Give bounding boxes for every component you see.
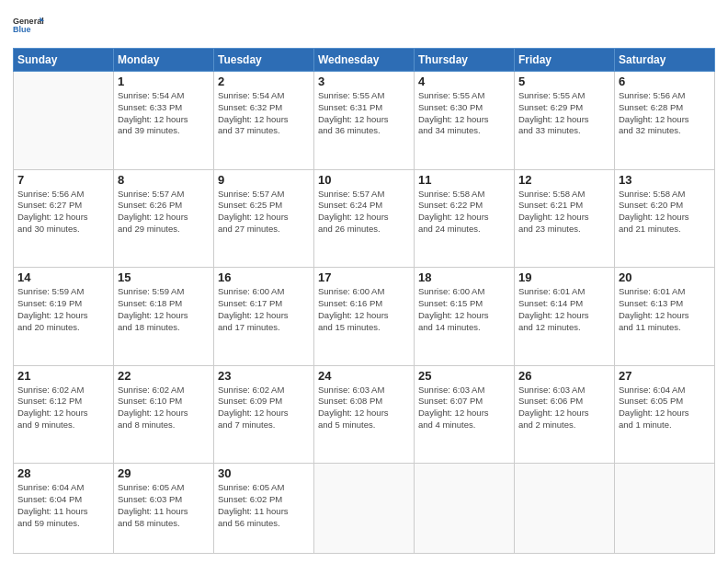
day-info: Sunrise: 6:04 AM Sunset: 6:04 PM Dayligh… bbox=[17, 482, 109, 529]
weekday-header-saturday: Saturday bbox=[615, 49, 715, 72]
day-number: 16 bbox=[218, 270, 310, 284]
day-info: Sunrise: 5:58 AM Sunset: 6:21 PM Dayligh… bbox=[518, 189, 610, 236]
day-info: Sunrise: 5:54 AM Sunset: 6:32 PM Dayligh… bbox=[218, 90, 310, 137]
calendar-cell: 7Sunrise: 5:56 AM Sunset: 6:27 PM Daylig… bbox=[14, 169, 114, 268]
day-info: Sunrise: 5:55 AM Sunset: 6:30 PM Dayligh… bbox=[418, 90, 510, 137]
day-info: Sunrise: 5:58 AM Sunset: 6:20 PM Dayligh… bbox=[619, 189, 711, 236]
calendar-cell: 23Sunrise: 6:02 AM Sunset: 6:09 PM Dayli… bbox=[214, 365, 314, 464]
day-number: 7 bbox=[17, 173, 109, 187]
calendar-week-row: 14Sunrise: 5:59 AM Sunset: 6:19 PM Dayli… bbox=[14, 268, 715, 366]
calendar-cell: 21Sunrise: 6:02 AM Sunset: 6:12 PM Dayli… bbox=[14, 365, 114, 464]
day-info: Sunrise: 6:03 AM Sunset: 6:07 PM Dayligh… bbox=[418, 385, 510, 431]
day-number: 18 bbox=[418, 270, 510, 284]
day-number: 5 bbox=[518, 75, 610, 88]
day-info: Sunrise: 6:02 AM Sunset: 6:09 PM Dayligh… bbox=[218, 385, 310, 431]
day-info: Sunrise: 5:55 AM Sunset: 6:31 PM Dayligh… bbox=[318, 90, 410, 137]
calendar-cell bbox=[415, 464, 515, 554]
calendar-cell: 25Sunrise: 6:03 AM Sunset: 6:07 PM Dayli… bbox=[415, 365, 515, 464]
day-info: Sunrise: 5:59 AM Sunset: 6:18 PM Dayligh… bbox=[118, 286, 210, 333]
weekday-header-tuesday: Tuesday bbox=[214, 49, 314, 72]
day-info: Sunrise: 6:05 AM Sunset: 6:03 PM Dayligh… bbox=[118, 482, 210, 529]
day-info: Sunrise: 5:56 AM Sunset: 6:28 PM Dayligh… bbox=[619, 90, 711, 137]
day-info: Sunrise: 5:59 AM Sunset: 6:19 PM Dayligh… bbox=[17, 286, 109, 333]
day-number: 29 bbox=[118, 466, 210, 480]
calendar-cell: 29Sunrise: 6:05 AM Sunset: 6:03 PM Dayli… bbox=[114, 464, 214, 554]
day-info: Sunrise: 6:03 AM Sunset: 6:06 PM Dayligh… bbox=[518, 385, 610, 431]
day-number: 26 bbox=[518, 369, 610, 383]
calendar-cell: 19Sunrise: 6:01 AM Sunset: 6:14 PM Dayli… bbox=[515, 268, 615, 366]
day-number: 22 bbox=[118, 369, 210, 383]
day-info: Sunrise: 6:00 AM Sunset: 6:15 PM Dayligh… bbox=[418, 286, 510, 333]
day-number: 8 bbox=[118, 173, 210, 187]
calendar-cell: 17Sunrise: 6:00 AM Sunset: 6:16 PM Dayli… bbox=[314, 268, 415, 366]
calendar-cell: 1Sunrise: 5:54 AM Sunset: 6:33 PM Daylig… bbox=[114, 72, 214, 170]
day-number: 28 bbox=[17, 466, 109, 480]
svg-text:General: General bbox=[13, 17, 44, 26]
day-info: Sunrise: 6:02 AM Sunset: 6:10 PM Dayligh… bbox=[118, 385, 210, 431]
day-info: Sunrise: 5:56 AM Sunset: 6:27 PM Dayligh… bbox=[17, 189, 109, 236]
calendar-cell: 2Sunrise: 5:54 AM Sunset: 6:32 PM Daylig… bbox=[214, 72, 314, 170]
calendar-cell: 10Sunrise: 5:57 AM Sunset: 6:24 PM Dayli… bbox=[314, 169, 415, 268]
calendar-table: SundayMondayTuesdayWednesdayThursdayFrid… bbox=[13, 48, 715, 554]
calendar-cell: 8Sunrise: 5:57 AM Sunset: 6:26 PM Daylig… bbox=[114, 169, 214, 268]
day-number: 15 bbox=[118, 270, 210, 284]
day-info: Sunrise: 5:54 AM Sunset: 6:33 PM Dayligh… bbox=[118, 90, 210, 137]
calendar-week-row: 1Sunrise: 5:54 AM Sunset: 6:33 PM Daylig… bbox=[14, 72, 715, 170]
calendar-cell: 4Sunrise: 5:55 AM Sunset: 6:30 PM Daylig… bbox=[415, 72, 515, 170]
day-info: Sunrise: 6:00 AM Sunset: 6:17 PM Dayligh… bbox=[218, 286, 310, 333]
calendar-cell: 26Sunrise: 6:03 AM Sunset: 6:06 PM Dayli… bbox=[515, 365, 615, 464]
calendar-cell: 6Sunrise: 5:56 AM Sunset: 6:28 PM Daylig… bbox=[615, 72, 715, 170]
weekday-header-sunday: Sunday bbox=[14, 49, 114, 72]
calendar-cell: 18Sunrise: 6:00 AM Sunset: 6:15 PM Dayli… bbox=[415, 268, 515, 366]
day-info: Sunrise: 6:01 AM Sunset: 6:14 PM Dayligh… bbox=[518, 286, 610, 333]
header: General Blue bbox=[13, 9, 715, 40]
day-number: 17 bbox=[318, 270, 410, 284]
calendar-cell: 11Sunrise: 5:58 AM Sunset: 6:22 PM Dayli… bbox=[415, 169, 515, 268]
day-number: 2 bbox=[218, 75, 310, 88]
calendar-week-row: 7Sunrise: 5:56 AM Sunset: 6:27 PM Daylig… bbox=[14, 169, 715, 268]
calendar-cell: 22Sunrise: 6:02 AM Sunset: 6:10 PM Dayli… bbox=[114, 365, 214, 464]
day-number: 6 bbox=[619, 75, 711, 88]
day-info: Sunrise: 6:02 AM Sunset: 6:12 PM Dayligh… bbox=[17, 385, 109, 431]
calendar-cell bbox=[515, 464, 615, 554]
logo-svg: General Blue bbox=[13, 9, 44, 40]
day-info: Sunrise: 6:04 AM Sunset: 6:05 PM Dayligh… bbox=[619, 385, 711, 431]
calendar-week-row: 28Sunrise: 6:04 AM Sunset: 6:04 PM Dayli… bbox=[14, 464, 715, 554]
day-number: 23 bbox=[218, 369, 310, 383]
calendar-cell: 9Sunrise: 5:57 AM Sunset: 6:25 PM Daylig… bbox=[214, 169, 314, 268]
logo: General Blue bbox=[13, 9, 86, 40]
calendar-cell: 30Sunrise: 6:05 AM Sunset: 6:02 PM Dayli… bbox=[214, 464, 314, 554]
calendar-cell: 14Sunrise: 5:59 AM Sunset: 6:19 PM Dayli… bbox=[14, 268, 114, 366]
calendar-cell bbox=[314, 464, 415, 554]
day-number: 3 bbox=[318, 75, 410, 88]
day-number: 27 bbox=[619, 369, 711, 383]
day-info: Sunrise: 6:00 AM Sunset: 6:16 PM Dayligh… bbox=[318, 286, 410, 333]
day-number: 9 bbox=[218, 173, 310, 187]
day-info: Sunrise: 5:58 AM Sunset: 6:22 PM Dayligh… bbox=[418, 189, 510, 236]
calendar-cell: 28Sunrise: 6:04 AM Sunset: 6:04 PM Dayli… bbox=[14, 464, 114, 554]
calendar-cell: 13Sunrise: 5:58 AM Sunset: 6:20 PM Dayli… bbox=[615, 169, 715, 268]
day-info: Sunrise: 5:55 AM Sunset: 6:29 PM Dayligh… bbox=[518, 90, 610, 137]
weekday-header-row: SundayMondayTuesdayWednesdayThursdayFrid… bbox=[14, 49, 715, 72]
day-number: 4 bbox=[418, 75, 510, 88]
day-info: Sunrise: 5:57 AM Sunset: 6:24 PM Dayligh… bbox=[318, 189, 410, 236]
day-info: Sunrise: 5:57 AM Sunset: 6:26 PM Dayligh… bbox=[118, 189, 210, 236]
day-number: 30 bbox=[218, 466, 310, 480]
day-number: 19 bbox=[518, 270, 610, 284]
day-number: 14 bbox=[17, 270, 109, 284]
day-number: 21 bbox=[17, 369, 109, 383]
page: General Blue SundayMondayTuesdayWednesda… bbox=[0, 0, 728, 563]
calendar-cell: 12Sunrise: 5:58 AM Sunset: 6:21 PM Dayli… bbox=[515, 169, 615, 268]
day-info: Sunrise: 6:05 AM Sunset: 6:02 PM Dayligh… bbox=[218, 482, 310, 529]
day-info: Sunrise: 6:03 AM Sunset: 6:08 PM Dayligh… bbox=[318, 385, 410, 431]
day-number: 20 bbox=[619, 270, 711, 284]
svg-text:Blue: Blue bbox=[13, 26, 31, 35]
calendar-week-row: 21Sunrise: 6:02 AM Sunset: 6:12 PM Dayli… bbox=[14, 365, 715, 464]
weekday-header-wednesday: Wednesday bbox=[314, 49, 415, 72]
day-number: 12 bbox=[518, 173, 610, 187]
day-number: 25 bbox=[418, 369, 510, 383]
day-number: 13 bbox=[619, 173, 711, 187]
calendar-cell: 3Sunrise: 5:55 AM Sunset: 6:31 PM Daylig… bbox=[314, 72, 415, 170]
calendar-cell: 24Sunrise: 6:03 AM Sunset: 6:08 PM Dayli… bbox=[314, 365, 415, 464]
calendar-cell: 27Sunrise: 6:04 AM Sunset: 6:05 PM Dayli… bbox=[615, 365, 715, 464]
